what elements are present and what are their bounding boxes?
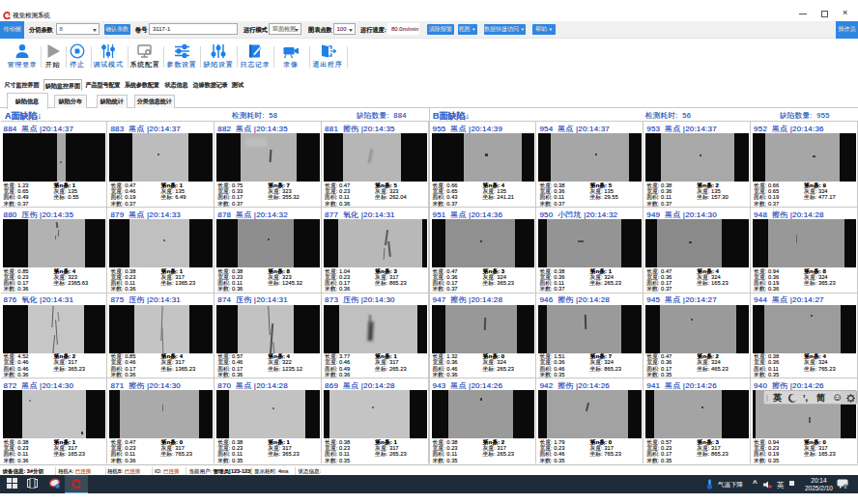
svg-text:6: 6 bbox=[844, 484, 847, 490]
